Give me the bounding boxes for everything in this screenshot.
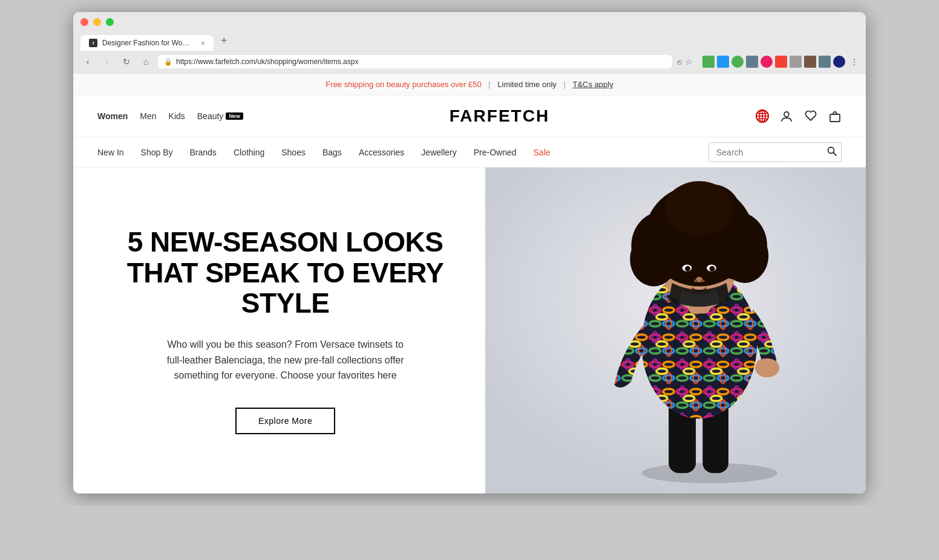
tcs-link[interactable]: T&Cs apply [572, 80, 613, 89]
browser-menu-button[interactable]: ⋮ [850, 57, 859, 67]
svg-point-30 [630, 232, 678, 287]
svg-point-38 [694, 279, 698, 282]
promo-banner: Free shipping on beauty purchases over £… [73, 74, 866, 96]
fashion-illustration [485, 168, 866, 493]
search-input[interactable] [716, 148, 822, 157]
nav-beauty[interactable]: Beauty New [197, 111, 243, 121]
close-button[interactable] [80, 18, 88, 26]
bookmark-6 [775, 56, 787, 68]
svg-point-35 [685, 266, 690, 272]
svg-point-22 [757, 359, 768, 367]
svg-point-4 [784, 112, 789, 117]
tab-title: Designer Fashion for Women | [102, 39, 195, 47]
tab-close-icon[interactable]: ✕ [200, 40, 205, 47]
nav-brands[interactable]: Brands [190, 144, 217, 161]
divider-1: | [488, 80, 492, 89]
forward-button[interactable]: › [100, 54, 114, 69]
site-logo: FARFETCH [243, 106, 756, 126]
hero-text-area: 5 NEW-SEASON LOOKS THAT SPEAK TO EVERY S… [73, 168, 485, 493]
bookmark-button[interactable]: ☆ [685, 57, 693, 67]
nav-bags[interactable]: Bags [322, 144, 342, 161]
divider-2: | [563, 80, 568, 89]
bookmark-8 [804, 56, 816, 68]
lock-icon: 🔒 [164, 58, 172, 66]
svg-rect-5 [830, 114, 840, 122]
heart-icon [804, 109, 817, 123]
nav-items: New In Shop By Brands Clothing Shoes Bag… [97, 144, 708, 161]
browser-tab[interactable]: f Designer Fashion for Women | ✕ [80, 35, 214, 51]
nav-new-in[interactable]: New In [97, 144, 124, 161]
beauty-new-badge: New [226, 112, 243, 120]
hero-description: Who will you be this season? From Versac… [165, 337, 407, 383]
new-tab-button[interactable]: + [215, 31, 234, 51]
share-button[interactable]: ⎋ [677, 57, 682, 67]
nav-shoes[interactable]: Shoes [281, 144, 306, 161]
svg-point-39 [701, 279, 705, 282]
svg-line-7 [834, 153, 837, 156]
bookmark-1 [702, 56, 715, 68]
wishlist-button[interactable] [804, 109, 817, 123]
bookmark-3 [731, 56, 744, 68]
nav-women[interactable]: Women [97, 111, 128, 121]
bookmark-4 [746, 56, 758, 68]
nav-shop-by[interactable]: Shop By [141, 144, 173, 161]
hero-section: 5 NEW-SEASON LOOKS THAT SPEAK TO EVERY S… [73, 168, 866, 493]
search-box[interactable] [708, 142, 842, 162]
hero-image-placeholder [485, 168, 866, 493]
bookmark-5 [761, 56, 773, 68]
maximize-button[interactable] [106, 18, 114, 26]
url-text: https://www.farfetch.com/uk/shopping/wom… [176, 57, 666, 66]
search-button[interactable] [827, 146, 837, 158]
svg-point-36 [710, 266, 715, 272]
bag-icon [828, 109, 842, 123]
category-nav: Women Men Kids Beauty New [97, 111, 243, 121]
svg-point-31 [721, 229, 769, 283]
nav-jewellery[interactable]: Jewellery [421, 144, 456, 161]
user-icon [780, 109, 793, 123]
nav-men[interactable]: Men [140, 111, 156, 121]
explore-more-button[interactable]: Explore More [235, 408, 335, 434]
minimize-button[interactable] [93, 18, 101, 26]
nav-bar: New In Shop By Brands Clothing Shoes Bag… [73, 137, 866, 168]
bookmark-10 [833, 56, 845, 68]
limited-time-text: Limited time only [497, 80, 557, 89]
bookmark-2 [717, 56, 729, 68]
back-button[interactable]: ‹ [80, 54, 95, 69]
tab-favicon: f [89, 39, 97, 47]
nav-clothing[interactable]: Clothing [234, 144, 264, 161]
home-button[interactable]: ⌂ [139, 54, 153, 69]
svg-point-32 [666, 181, 733, 235]
address-bar[interactable]: 🔒 https://www.farfetch.com/uk/shopping/w… [158, 55, 672, 68]
bookmark-7 [790, 56, 802, 68]
site-header: Women Men Kids Beauty New FARFETCH [73, 96, 866, 137]
language-selector-button[interactable] [756, 109, 769, 123]
hero-image [485, 168, 866, 493]
account-button[interactable] [780, 109, 793, 123]
bookmark-9 [819, 56, 831, 68]
nav-sale[interactable]: Sale [534, 144, 551, 161]
nav-pre-owned[interactable]: Pre-Owned [474, 144, 517, 161]
shipping-text: Free shipping on beauty purchases over £… [326, 80, 481, 89]
search-icon [827, 146, 837, 156]
bag-button[interactable] [828, 109, 842, 123]
nav-accessories[interactable]: Accessories [359, 144, 404, 161]
beauty-label: Beauty [197, 111, 224, 121]
hero-title: 5 NEW-SEASON LOOKS THAT SPEAK TO EVERY S… [122, 227, 449, 319]
nav-kids[interactable]: Kids [169, 111, 185, 121]
reload-button[interactable]: ↻ [119, 54, 134, 69]
globe-icon [756, 109, 769, 123]
header-icons [756, 109, 842, 123]
